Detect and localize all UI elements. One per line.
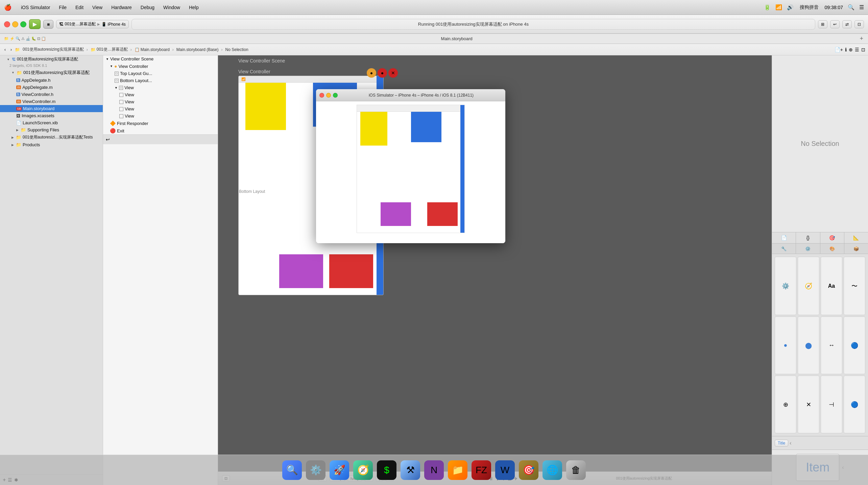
minimize-button[interactable]: [12, 21, 18, 27]
apple-menu[interactable]: 🍎: [4, 4, 11, 11]
lib-item-9[interactable]: ⊕: [775, 376, 796, 433]
log-icon[interactable]: 📋: [41, 36, 46, 41]
dock-finder[interactable]: 🔍: [282, 460, 302, 480]
rp-back-button[interactable]: ‹: [790, 440, 791, 446]
project-root-item[interactable]: ▼ 🏗 001使用autoresizing实现屏幕适配: [0, 55, 103, 63]
vc-icon-red[interactable]: ●: [378, 68, 387, 78]
zoom-button[interactable]: ⊡: [861, 47, 865, 52]
outline-view-4[interactable]: View: [103, 112, 218, 120]
input-method[interactable]: 搜狗拼音: [798, 4, 820, 11]
menu-hardware[interactable]: Hardware: [110, 4, 133, 11]
breakpoint-icon[interactable]: ⊡: [37, 36, 40, 41]
menu-file[interactable]: File: [57, 4, 68, 11]
lib-item-5[interactable]: ●: [775, 316, 796, 374]
outline-vc-scene[interactable]: ▼ View Controller Scene: [103, 55, 218, 62]
show-inspector-button[interactable]: ℹ: [845, 47, 847, 52]
view-navigator-button[interactable]: ⊞: [818, 20, 827, 28]
sim-close-button[interactable]: [319, 93, 324, 98]
sidebar-appdelegate-m[interactable]: m AppDelegate.m: [0, 84, 103, 91]
search-nav-icon[interactable]: 🔍: [16, 36, 20, 41]
title-button[interactable]: Title: [775, 440, 788, 446]
vc-icon-yellow[interactable]: ●: [367, 68, 376, 78]
dock-trash[interactable]: 🗑: [566, 460, 586, 480]
sidebar-appdelegate-h[interactable]: h AppDelegate.h: [0, 77, 103, 84]
lib-item-1[interactable]: ⚙️: [775, 257, 796, 315]
sim-minimize-button[interactable]: [326, 93, 331, 98]
vc-icon-dark-red[interactable]: ✕: [388, 68, 398, 78]
add-file-button[interactable]: 📄+: [835, 47, 843, 52]
storyboard-canvas[interactable]: View Controller Scene View Controller 📶 …: [218, 55, 772, 471]
outline-top-layout[interactable]: □ Top Layout Gu...: [103, 70, 218, 77]
dock-filezilla[interactable]: FZ: [472, 460, 491, 480]
outline-exit[interactable]: 🔴 Exit: [103, 127, 218, 134]
maximize-button[interactable]: [20, 21, 26, 27]
scheme-selector[interactable]: 🏗 001使…屏幕适配 ▶ 📱 iPhone 4s: [56, 20, 128, 28]
breadcrumb-target[interactable]: 📁 001使…屏幕适配: [89, 46, 129, 53]
view-standard-button[interactable]: ↩: [830, 20, 840, 28]
sidebar-tests-group[interactable]: ▶ 📁 001使用autoresizi…实现屏幕适配Tests: [0, 133, 103, 141]
close-button[interactable]: [4, 21, 10, 27]
breadcrumb-forward[interactable]: ›: [9, 47, 14, 53]
dock-app2[interactable]: 🌐: [542, 460, 562, 480]
menu-view[interactable]: View: [91, 4, 104, 11]
outline-view-1[interactable]: View: [103, 91, 218, 98]
outline-view-root[interactable]: ▼ □ View: [103, 84, 218, 91]
dock-safari[interactable]: 🧭: [353, 460, 373, 480]
debug-icon[interactable]: 🐛: [31, 36, 36, 41]
lib-item-6[interactable]: ⬤: [798, 316, 819, 374]
library-tab-snippets[interactable]: 🎨: [820, 244, 844, 254]
issue-icon[interactable]: ⚠: [21, 36, 25, 41]
lib-item-8[interactable]: 🔵: [844, 316, 865, 374]
lib-item-2[interactable]: 🧭: [798, 257, 819, 315]
test-icon[interactable]: 🔬: [26, 36, 30, 41]
inspector-tab-file[interactable]: 📄: [772, 232, 796, 243]
view-version-button[interactable]: ⊡: [854, 20, 864, 28]
sidebar-launchscreen[interactable]: 📄 LaunchScreen.xib: [0, 119, 103, 126]
counterpart-button[interactable]: ⊕: [849, 47, 853, 52]
breadcrumb-base[interactable]: Main.storyboard (Base): [175, 47, 220, 53]
library-tab-media[interactable]: 📦: [844, 244, 868, 254]
dock-instruments[interactable]: 🎯: [519, 460, 538, 480]
outline-back-button[interactable]: ↩: [106, 137, 110, 142]
sidebar-group-main[interactable]: ▼ 📁 001使用autoresizing实现屏幕适配: [0, 69, 103, 77]
menu-ios-simulator[interactable]: iOS Simulator: [20, 4, 51, 11]
dock-xcode[interactable]: ⚒: [401, 460, 420, 480]
add-tab-button[interactable]: +: [860, 35, 863, 42]
menu-edit[interactable]: Edit: [74, 4, 85, 11]
dock-onenote[interactable]: N: [424, 460, 444, 480]
breadcrumb-back[interactable]: ‹: [3, 47, 7, 53]
view-assistant-button[interactable]: ⇄: [842, 20, 852, 28]
lib-item-3[interactable]: Aa: [821, 257, 842, 315]
breadcrumb-storyboard[interactable]: 📋 Main.storyboard: [133, 47, 171, 53]
sidebar-viewcontroller-h[interactable]: h ViewController.h: [0, 91, 103, 98]
run-button[interactable]: ▶: [29, 19, 41, 29]
inspector-tab-size[interactable]: 📐: [844, 232, 868, 243]
sidebar-viewcontroller-m[interactable]: m ViewController.m: [0, 98, 103, 105]
layout-button[interactable]: ☰: [855, 47, 859, 52]
lib-item-4[interactable]: 〜: [844, 257, 865, 315]
outline-first-responder[interactable]: 🔶 First Responder: [103, 120, 218, 127]
symbol-icon[interactable]: ⚡: [10, 36, 15, 41]
menu-help[interactable]: Help: [188, 4, 200, 11]
menu-debug[interactable]: Debug: [139, 4, 156, 11]
dock-terminal[interactable]: $: [377, 460, 396, 480]
library-tab-file[interactable]: 🔧: [772, 244, 796, 254]
dock-launchpad[interactable]: 🚀: [330, 460, 349, 480]
notification-icon[interactable]: ☰: [859, 4, 864, 10]
lib-item-7[interactable]: ↔: [821, 316, 842, 374]
breadcrumb-selection[interactable]: No Selection: [224, 47, 250, 53]
dock-preferences[interactable]: ⚙️: [306, 460, 326, 480]
sidebar-images[interactable]: 🖼 Images.xcassets: [0, 112, 103, 119]
lib-item-11[interactable]: ⊣: [821, 376, 842, 433]
dock-filemanager[interactable]: 📁: [448, 460, 467, 480]
inspector-tab-quick[interactable]: {}: [796, 232, 820, 243]
dock-word[interactable]: W: [495, 460, 515, 480]
outline-bottom-layout[interactable]: □ Bottom Layout...: [103, 77, 218, 84]
outline-view-2[interactable]: View: [103, 98, 218, 105]
sidebar-products[interactable]: ▶ 📁 Products: [0, 141, 103, 148]
outline-view-controller[interactable]: ▼ ● View Controller: [103, 62, 218, 70]
breadcrumb-project[interactable]: 001使用autoresizing实现屏幕适配: [21, 46, 85, 53]
outline-view-3[interactable]: View: [103, 105, 218, 112]
folder-icon[interactable]: 📁: [4, 36, 9, 41]
stop-button[interactable]: ■: [43, 20, 53, 29]
